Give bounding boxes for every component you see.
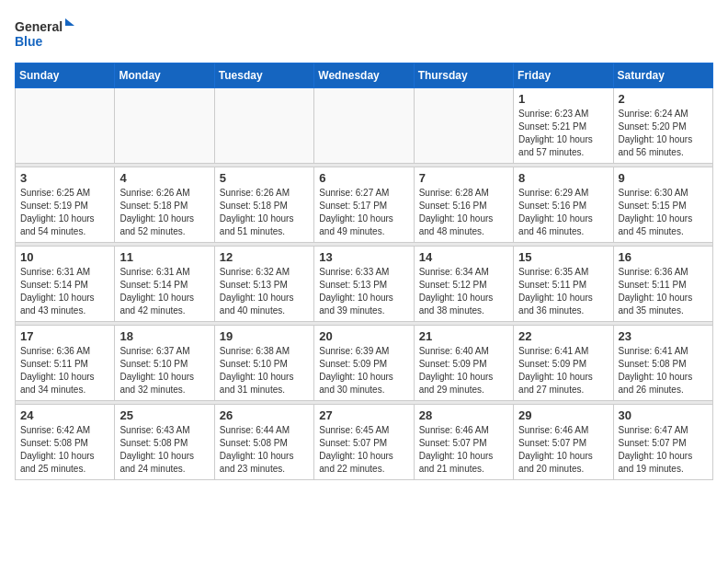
day-info: Sunrise: 6:25 AMSunset: 5:19 PMDaylight:… — [20, 187, 109, 238]
day-info: Sunrise: 6:31 AMSunset: 5:14 PMDaylight:… — [20, 266, 109, 317]
day-info: Sunrise: 6:38 AMSunset: 5:10 PMDaylight:… — [220, 345, 309, 396]
day-cell: 12Sunrise: 6:32 AMSunset: 5:13 PMDayligh… — [214, 247, 313, 322]
day-cell — [115, 88, 214, 164]
day-cell: 4Sunrise: 6:26 AMSunset: 5:18 PMDaylight… — [115, 167, 214, 243]
day-number: 7 — [419, 171, 508, 185]
day-info: Sunrise: 6:36 AMSunset: 5:11 PMDaylight:… — [20, 345, 109, 396]
day-cell — [414, 88, 513, 164]
day-number: 29 — [518, 408, 608, 422]
logo-svg: GeneralBlue — [15, 15, 79, 55]
day-cell: 21Sunrise: 6:40 AMSunset: 5:09 PMDayligh… — [414, 326, 513, 401]
day-number: 8 — [518, 171, 608, 185]
day-info: Sunrise: 6:28 AMSunset: 5:16 PMDaylight:… — [419, 187, 508, 238]
day-number: 27 — [319, 408, 408, 422]
svg-text:General: General — [15, 19, 63, 34]
day-number: 24 — [20, 408, 109, 422]
day-number: 4 — [119, 171, 209, 185]
day-number: 6 — [319, 171, 408, 185]
weekday-header-row: SundayMondayTuesdayWednesdayThursdayFrid… — [16, 63, 713, 88]
day-info: Sunrise: 6:34 AMSunset: 5:12 PMDaylight:… — [419, 266, 508, 317]
day-info: Sunrise: 6:43 AMSunset: 5:08 PMDaylight:… — [119, 424, 209, 476]
day-cell — [214, 88, 313, 164]
day-cell: 5Sunrise: 6:26 AMSunset: 5:18 PMDaylight… — [214, 167, 313, 243]
day-info: Sunrise: 6:45 AMSunset: 5:07 PMDaylight:… — [319, 424, 408, 476]
day-number: 28 — [419, 408, 508, 422]
day-cell: 30Sunrise: 6:47 AMSunset: 5:07 PMDayligh… — [613, 405, 712, 480]
day-info: Sunrise: 6:23 AMSunset: 5:21 PMDaylight:… — [518, 108, 608, 159]
day-number: 23 — [619, 329, 708, 343]
week-row-4: 17Sunrise: 6:36 AMSunset: 5:11 PMDayligh… — [16, 326, 713, 401]
logo: GeneralBlue — [15, 15, 79, 55]
day-info: Sunrise: 6:41 AMSunset: 5:08 PMDaylight:… — [619, 345, 708, 396]
weekday-header-wednesday: Wednesday — [314, 63, 414, 88]
day-number: 14 — [419, 250, 508, 264]
day-info: Sunrise: 6:47 AMSunset: 5:07 PMDaylight:… — [619, 424, 708, 476]
day-number: 25 — [119, 408, 209, 422]
day-number: 20 — [319, 329, 408, 343]
day-info: Sunrise: 6:24 AMSunset: 5:20 PMDaylight:… — [619, 108, 708, 159]
day-cell: 6Sunrise: 6:27 AMSunset: 5:17 PMDaylight… — [314, 167, 414, 243]
day-number: 9 — [619, 171, 708, 185]
svg-text:Blue: Blue — [15, 34, 43, 49]
day-cell: 20Sunrise: 6:39 AMSunset: 5:09 PMDayligh… — [314, 326, 414, 401]
day-cell: 27Sunrise: 6:45 AMSunset: 5:07 PMDayligh… — [314, 405, 414, 480]
day-number: 11 — [119, 250, 209, 264]
day-info: Sunrise: 6:42 AMSunset: 5:08 PMDaylight:… — [20, 424, 109, 476]
day-number: 1 — [518, 92, 608, 106]
day-info: Sunrise: 6:39 AMSunset: 5:09 PMDaylight:… — [319, 345, 408, 396]
day-cell: 15Sunrise: 6:35 AMSunset: 5:11 PMDayligh… — [514, 247, 613, 322]
day-info: Sunrise: 6:30 AMSunset: 5:15 PMDaylight:… — [619, 187, 708, 238]
day-number: 2 — [619, 92, 708, 106]
day-info: Sunrise: 6:29 AMSunset: 5:16 PMDaylight:… — [518, 187, 608, 238]
day-cell: 26Sunrise: 6:44 AMSunset: 5:08 PMDayligh… — [214, 405, 313, 480]
day-cell: 2Sunrise: 6:24 AMSunset: 5:20 PMDaylight… — [613, 88, 712, 164]
weekday-header-tuesday: Tuesday — [214, 63, 313, 88]
svg-marker-1 — [65, 18, 74, 26]
day-cell: 28Sunrise: 6:46 AMSunset: 5:07 PMDayligh… — [414, 405, 513, 480]
weekday-header-saturday: Saturday — [613, 63, 712, 88]
week-row-5: 24Sunrise: 6:42 AMSunset: 5:08 PMDayligh… — [16, 405, 713, 480]
day-number: 18 — [119, 329, 209, 343]
day-number: 30 — [619, 408, 708, 422]
day-number: 12 — [220, 250, 309, 264]
day-cell: 18Sunrise: 6:37 AMSunset: 5:10 PMDayligh… — [115, 326, 214, 401]
day-number: 15 — [518, 250, 608, 264]
day-cell: 22Sunrise: 6:41 AMSunset: 5:09 PMDayligh… — [514, 326, 613, 401]
day-cell: 23Sunrise: 6:41 AMSunset: 5:08 PMDayligh… — [613, 326, 712, 401]
week-row-1: 1Sunrise: 6:23 AMSunset: 5:21 PMDaylight… — [16, 88, 713, 164]
day-cell: 7Sunrise: 6:28 AMSunset: 5:16 PMDaylight… — [414, 167, 513, 243]
day-number: 22 — [518, 329, 608, 343]
day-number: 3 — [20, 171, 109, 185]
day-number: 13 — [319, 250, 408, 264]
day-info: Sunrise: 6:37 AMSunset: 5:10 PMDaylight:… — [119, 345, 209, 396]
day-info: Sunrise: 6:26 AMSunset: 5:18 PMDaylight:… — [119, 187, 209, 238]
weekday-header-monday: Monday — [115, 63, 214, 88]
day-info: Sunrise: 6:33 AMSunset: 5:13 PMDaylight:… — [319, 266, 408, 317]
day-info: Sunrise: 6:31 AMSunset: 5:14 PMDaylight:… — [119, 266, 209, 317]
day-info: Sunrise: 6:44 AMSunset: 5:08 PMDaylight:… — [220, 424, 309, 476]
day-number: 5 — [220, 171, 309, 185]
week-row-2: 3Sunrise: 6:25 AMSunset: 5:19 PMDaylight… — [16, 167, 713, 243]
day-cell: 11Sunrise: 6:31 AMSunset: 5:14 PMDayligh… — [115, 247, 214, 322]
day-cell — [314, 88, 414, 164]
day-number: 26 — [220, 408, 309, 422]
day-cell: 9Sunrise: 6:30 AMSunset: 5:15 PMDaylight… — [613, 167, 712, 243]
day-info: Sunrise: 6:32 AMSunset: 5:13 PMDaylight:… — [220, 266, 309, 317]
day-info: Sunrise: 6:46 AMSunset: 5:07 PMDaylight:… — [419, 424, 508, 476]
day-cell: 16Sunrise: 6:36 AMSunset: 5:11 PMDayligh… — [613, 247, 712, 322]
day-cell: 19Sunrise: 6:38 AMSunset: 5:10 PMDayligh… — [214, 326, 313, 401]
day-cell: 25Sunrise: 6:43 AMSunset: 5:08 PMDayligh… — [115, 405, 214, 480]
day-number: 19 — [220, 329, 309, 343]
weekday-header-friday: Friday — [514, 63, 613, 88]
day-info: Sunrise: 6:35 AMSunset: 5:11 PMDaylight:… — [518, 266, 608, 317]
day-number: 21 — [419, 329, 508, 343]
day-cell — [16, 88, 115, 164]
day-cell: 24Sunrise: 6:42 AMSunset: 5:08 PMDayligh… — [16, 405, 115, 480]
day-info: Sunrise: 6:41 AMSunset: 5:09 PMDaylight:… — [518, 345, 608, 396]
day-number: 10 — [20, 250, 109, 264]
day-cell: 10Sunrise: 6:31 AMSunset: 5:14 PMDayligh… — [16, 247, 115, 322]
day-number: 17 — [20, 329, 109, 343]
day-info: Sunrise: 6:46 AMSunset: 5:07 PMDaylight:… — [518, 424, 608, 476]
day-info: Sunrise: 6:26 AMSunset: 5:18 PMDaylight:… — [220, 187, 309, 238]
day-info: Sunrise: 6:27 AMSunset: 5:17 PMDaylight:… — [319, 187, 408, 238]
